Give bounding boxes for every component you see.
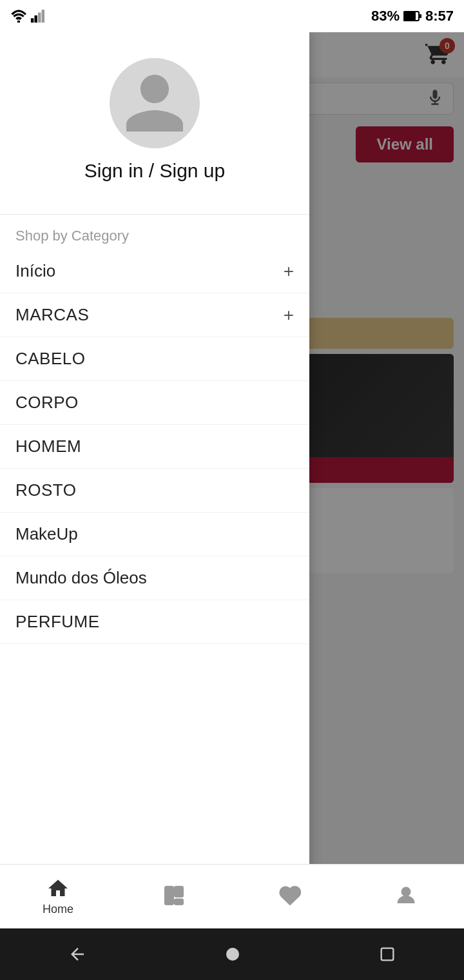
svg-rect-8 <box>166 887 173 904</box>
svg-rect-6 <box>404 12 416 20</box>
palette-icon <box>162 884 186 907</box>
nav-label-homem: HOMEM <box>15 436 81 456</box>
nav-label-makeup: MakeUp <box>15 524 78 544</box>
nav-plus-marcas: + <box>284 306 294 324</box>
nav-plus-inicio: + <box>284 262 294 280</box>
drawer-overlay[interactable] <box>309 32 464 980</box>
svg-rect-9 <box>175 887 183 896</box>
heart-icon <box>278 884 302 907</box>
svg-point-11 <box>402 888 410 896</box>
back-icon <box>68 945 87 964</box>
signal-icon <box>30 10 46 23</box>
android-recent-button[interactable] <box>378 945 396 963</box>
account-icon <box>394 884 418 907</box>
svg-rect-1 <box>31 18 34 23</box>
user-avatar-icon <box>119 68 190 139</box>
recent-icon <box>378 945 396 963</box>
wifi-icon <box>10 10 27 23</box>
nav-item-inicio[interactable]: Início + <box>0 250 309 293</box>
svg-rect-13 <box>381 948 393 961</box>
svg-point-0 <box>17 21 20 23</box>
drawer-divider <box>0 214 309 215</box>
avatar[interactable] <box>110 58 200 148</box>
android-home-button[interactable] <box>223 945 242 964</box>
nav-item-cabelo[interactable]: CABELO <box>0 337 309 381</box>
app-container: OS 0 View all SSF L <box>0 32 464 980</box>
nav-label-corpo: CORPO <box>15 393 79 413</box>
bottom-nav-wishlist[interactable] <box>232 884 348 910</box>
android-home-icon <box>223 945 242 964</box>
svg-rect-10 <box>175 899 183 905</box>
drawer: Sign in / Sign up Shop by Category Iníci… <box>0 32 309 980</box>
nav-item-homem[interactable]: HOMEM <box>0 425 309 469</box>
svg-rect-7 <box>420 14 421 18</box>
svg-rect-2 <box>34 15 37 23</box>
status-right: 83% 8:57 <box>371 8 454 24</box>
nav-item-perfume[interactable]: PERFUME <box>0 600 309 644</box>
battery-icon <box>403 10 421 22</box>
status-bar: 83% 8:57 <box>0 0 464 32</box>
nav-label-perfume: PERFUME <box>15 612 100 632</box>
battery-percent: 83% <box>371 8 400 24</box>
bottom-nav-home[interactable]: Home <box>0 877 116 916</box>
status-icons <box>10 10 46 23</box>
nav-item-mundo-oleos[interactable]: Mundo dos Óleos <box>0 556 309 600</box>
drawer-profile: Sign in / Sign up <box>0 32 309 214</box>
bottom-nav: Home <box>0 864 464 928</box>
nav-label-marcas: MARCAS <box>15 305 89 325</box>
svg-point-12 <box>226 948 239 961</box>
android-back-button[interactable] <box>68 945 87 964</box>
nav-label-inicio: Início <box>15 261 55 281</box>
nav-item-corpo[interactable]: CORPO <box>0 381 309 425</box>
svg-rect-3 <box>38 12 41 23</box>
shop-by-category-label: Shop by Category <box>0 220 309 250</box>
nav-item-makeup[interactable]: MakeUp <box>0 513 309 556</box>
time: 8:57 <box>425 8 454 24</box>
sign-in-text[interactable]: Sign in / Sign up <box>84 160 225 182</box>
bottom-nav-palette[interactable] <box>116 884 232 910</box>
bottom-nav-home-label: Home <box>43 903 73 916</box>
home-icon <box>46 877 70 900</box>
nav-item-marcas[interactable]: MARCAS + <box>0 293 309 337</box>
android-nav-bar <box>0 928 464 980</box>
nav-item-rosto[interactable]: ROSTO <box>0 469 309 513</box>
bottom-nav-account[interactable] <box>348 884 464 910</box>
nav-label-cabelo: CABELO <box>15 349 86 369</box>
nav-label-mundo-oleos: Mundo dos Óleos <box>15 568 147 588</box>
svg-rect-4 <box>42 10 44 23</box>
nav-label-rosto: ROSTO <box>15 480 76 500</box>
